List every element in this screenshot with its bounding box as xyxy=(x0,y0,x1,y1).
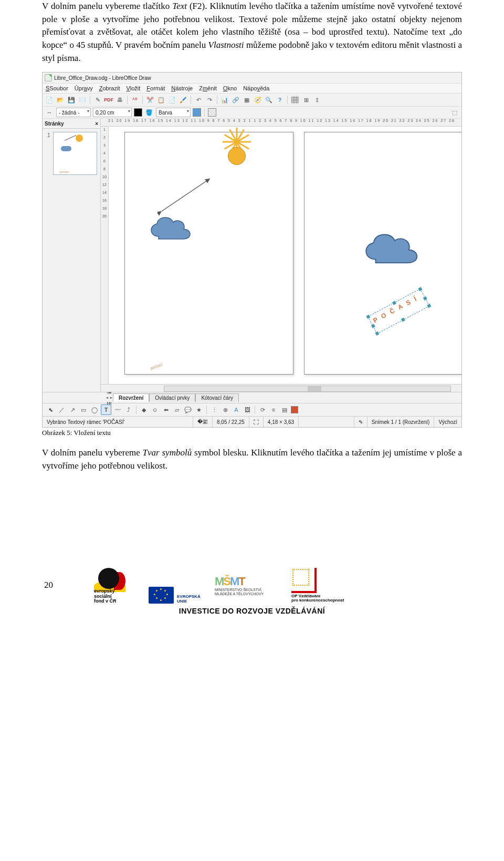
menu-soubor[interactable]: SSouborSoubor xyxy=(46,85,68,91)
shadow-toggle-icon[interactable] xyxy=(208,108,216,117)
tb-edit-icon[interactable]: ✎ xyxy=(93,95,102,105)
status-size-icon: ⛶ xyxy=(249,417,264,427)
tb-email-icon[interactable]: ✉️ xyxy=(78,95,87,105)
tb-open-icon[interactable]: 📂 xyxy=(56,95,65,105)
slide-thumbnail[interactable]: 1 počasí xyxy=(53,132,97,175)
line-style-dropdown[interactable]: - žádná - xyxy=(56,108,91,117)
menu-vlozit[interactable]: Vložit xyxy=(126,85,140,91)
menubar[interactable]: SSouborSoubor Úpravy Zobrazit Vložit For… xyxy=(43,84,461,94)
status-mode: Výchozí xyxy=(434,417,461,427)
tool-ellipse-icon[interactable]: ◯ xyxy=(90,405,99,414)
line-width-dropdown[interactable]: 0,20 cm xyxy=(93,108,132,117)
line-color-swatch[interactable] xyxy=(134,108,142,117)
cloud-shape xyxy=(149,216,193,241)
tb-copy-icon[interactable]: 📋 xyxy=(156,95,166,105)
menu-napoveda[interactable]: Nápověda xyxy=(243,85,269,91)
tb-cut-icon[interactable]: ✂️ xyxy=(145,95,155,105)
tool-callout-icon[interactable]: 💬 xyxy=(183,405,193,414)
page-number: 20 xyxy=(44,580,53,590)
menu-format[interactable]: Formát xyxy=(146,85,165,91)
tool-rect-icon[interactable]: ▭ xyxy=(79,405,88,414)
tab-nav-arrows[interactable]: ⏮ ◀ ▶ ⏭ xyxy=(106,390,113,406)
status-size: 4,18 × 3,63 xyxy=(264,417,299,427)
footer: 20 evropský sociální fond v ČR EVROPSKÁ … xyxy=(42,567,462,604)
tb-zoom-icon[interactable]: 🔍 xyxy=(264,95,274,105)
tb-fill-icon[interactable]: 🪣 xyxy=(144,108,154,117)
paragraph-2: V dolním panelu vybereme Tvar symbolů sy… xyxy=(42,447,462,472)
separator xyxy=(206,406,207,414)
separator xyxy=(255,406,255,414)
tb-paste-icon[interactable]: 📄 xyxy=(167,95,177,105)
tb-navigator-icon[interactable]: 🧭 xyxy=(253,95,262,105)
tab-ovladaci-prvky[interactable]: Ovládací prvky xyxy=(149,393,195,402)
tool-3d-color-swatch[interactable] xyxy=(291,406,298,413)
window-title: Libre_Office_Draw.odg - LibreOffice Draw xyxy=(54,75,151,81)
drawing-canvas[interactable]: počasí xyxy=(109,127,461,384)
status-position: 8,05 / 22,25 xyxy=(213,417,249,427)
tool-glue-icon[interactable]: ⊕ xyxy=(220,405,230,414)
tool-arrange-icon[interactable]: ▤ xyxy=(280,405,289,414)
menu-okno[interactable]: Okno xyxy=(223,85,237,91)
tool-flowchart-icon[interactable]: ▱ xyxy=(172,405,182,414)
p2-text-a: V dolním panelu vybereme xyxy=(42,448,143,458)
tb-new-icon[interactable]: 📄 xyxy=(45,95,54,105)
libreoffice-icon xyxy=(45,74,52,81)
tb-hyperlink-icon[interactable]: 🔗 xyxy=(231,95,240,105)
tool-basic-shapes-icon[interactable]: ◆ xyxy=(139,405,149,414)
tool-fromfile-icon[interactable]: 🖼 xyxy=(243,405,252,414)
fill-color-swatch[interactable] xyxy=(193,108,201,117)
tb-undo-icon[interactable]: ↶ xyxy=(194,95,203,105)
tool-points-icon[interactable]: ⋮ xyxy=(209,405,219,414)
tb-guides-icon[interactable]: ‡ xyxy=(312,95,322,105)
tool-arrow-icon[interactable]: ↗ xyxy=(68,405,77,414)
tb-brush-icon[interactable]: 🖌️ xyxy=(178,95,188,105)
tab-rozvrzeni[interactable]: Rozvržení xyxy=(113,393,149,402)
hruler-ticks: 21 20 19 18 17 16 15 14 13 12 11 10 9 8 … xyxy=(108,119,455,122)
tool-symbol-shapes-icon[interactable]: ☺ xyxy=(150,405,160,414)
tool-select-icon[interactable]: ⬉ xyxy=(46,405,55,414)
tool-text-icon[interactable]: T xyxy=(101,404,111,415)
slides-panel-header: Stránky × xyxy=(43,119,100,129)
statusbar: Vybráno Textový rámec 'POČASÍ' �架 8,05 /… xyxy=(43,416,461,427)
tb-arrowends-icon[interactable]: ↔ xyxy=(45,108,54,117)
tb-extrusion-icon[interactable]: ⬚ xyxy=(450,108,459,117)
tool-align-icon[interactable]: ≡ xyxy=(269,405,278,414)
menu-upravy[interactable]: Úpravy xyxy=(75,85,93,91)
tool-curve-icon[interactable]: 〰 xyxy=(113,405,122,414)
tb-spell-icon[interactable]: ᴬᴮ xyxy=(130,95,140,105)
tool-star-icon[interactable]: ★ xyxy=(194,405,204,414)
tb-save-icon[interactable]: 💾 xyxy=(67,95,76,105)
slides-panel-close-icon[interactable]: × xyxy=(95,121,98,127)
tb-pdf-icon[interactable]: PDF xyxy=(104,95,113,105)
tab-kotovaci-cary[interactable]: Kótovací čáry xyxy=(195,393,239,402)
tb-print-icon[interactable]: 🖶 xyxy=(115,95,124,105)
svg-line-0 xyxy=(162,179,210,211)
menu-nastroje[interactable]: Nástroje xyxy=(171,85,193,91)
tb-redo-icon[interactable]: ↷ xyxy=(205,95,214,105)
tool-fontwork-icon[interactable]: A xyxy=(232,405,241,414)
menu-zmenit[interactable]: Změnit xyxy=(199,85,217,91)
tb-chart-icon[interactable]: 📊 xyxy=(220,95,229,105)
tool-connector-icon[interactable]: ⤴ xyxy=(124,405,133,414)
invest-line: INVESTICE DO ROZVOJE VZDĚLÁVÁNÍ xyxy=(42,607,462,615)
arrow-shape xyxy=(158,174,215,216)
tb-table-icon[interactable]: ▦ xyxy=(242,95,251,105)
menu-zobrazit[interactable]: Zobrazit xyxy=(99,85,120,91)
fill-type-dropdown[interactable]: Barva xyxy=(156,108,191,117)
tool-block-arrows-icon[interactable]: ⬅ xyxy=(161,405,171,414)
workarea: Stránky × 1 počasí xyxy=(43,119,461,392)
p1-italic-1: Text xyxy=(172,1,187,11)
status-spacer xyxy=(299,417,354,427)
tb-snap-icon[interactable]: ⊞ xyxy=(301,95,311,105)
tool-line-icon[interactable]: ／ xyxy=(57,405,66,414)
tb-help-icon[interactable]: ? xyxy=(275,95,285,105)
tool-rotate-icon[interactable]: ⟳ xyxy=(258,405,267,414)
horizontal-scrollbar[interactable] xyxy=(101,384,461,392)
p2-italic: Tvar symbolů xyxy=(143,448,192,458)
line-style-value: - žádná - xyxy=(59,110,79,116)
cloud-shape-2 xyxy=(363,232,421,266)
text-frame-selected[interactable]: P O Č A S Í xyxy=(372,295,419,325)
separator xyxy=(136,406,136,414)
separator xyxy=(191,96,191,104)
tb-grid-icon[interactable] xyxy=(291,96,299,103)
